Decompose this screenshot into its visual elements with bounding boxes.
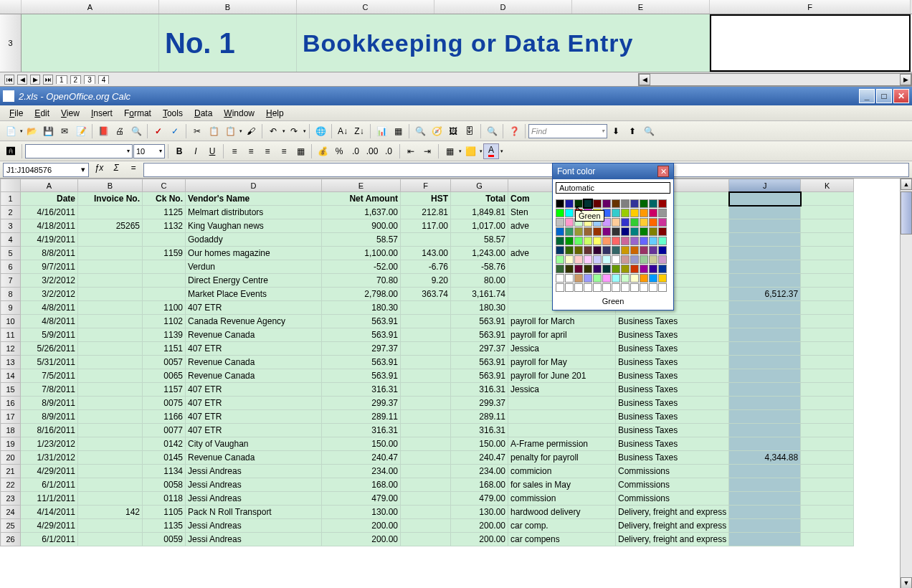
cell[interactable]: 117.00 (401, 219, 451, 233)
cell[interactable]: Direct Energy Centre (186, 274, 322, 288)
color-swatch[interactable] (640, 199, 648, 208)
paste-dropdown[interactable]: ▾ (239, 123, 242, 139)
cell[interactable] (801, 492, 854, 506)
cell[interactable] (729, 260, 801, 274)
row-header[interactable]: 6 (1, 260, 21, 274)
cell[interactable] (729, 356, 801, 369)
cell[interactable]: 563.91 (322, 315, 401, 328)
zoom-button[interactable]: 🔍 (484, 123, 500, 139)
color-swatch[interactable] (649, 227, 657, 236)
color-swatch[interactable] (574, 265, 583, 273)
autospell-button[interactable]: ✓ (167, 123, 183, 139)
cell[interactable] (729, 424, 801, 437)
cell[interactable]: 1151 (143, 342, 186, 356)
menu-file[interactable]: File (4, 107, 28, 120)
cell[interactable]: 25265 (78, 219, 143, 233)
cell[interactable]: Our homes magazine (186, 247, 322, 260)
select-all-button[interactable] (1, 179, 21, 192)
cell[interactable]: 0059 (143, 533, 186, 546)
cell[interactable]: 479.00 (451, 492, 508, 506)
redo-button[interactable]: ↷ (286, 123, 302, 139)
row-header[interactable]: 5 (1, 247, 21, 260)
cell[interactable] (78, 274, 143, 288)
color-swatch[interactable] (574, 255, 583, 264)
cell[interactable]: -58.76 (451, 260, 508, 274)
cell[interactable]: 234.00 (451, 465, 508, 478)
gallery-button[interactable]: 🖼 (445, 123, 461, 139)
cell[interactable]: 0077 (143, 424, 186, 437)
color-swatch[interactable] (640, 246, 648, 255)
cell[interactable] (401, 301, 451, 315)
color-swatch[interactable] (630, 246, 639, 255)
cell[interactable]: 289.11 (322, 410, 401, 424)
color-swatch[interactable] (621, 227, 630, 236)
pdf-button[interactable]: 📕 (95, 123, 111, 139)
bg-color-dropdown[interactable]: ▾ (479, 143, 483, 159)
cell[interactable] (401, 437, 451, 451)
spellcheck-button[interactable]: ✓ (151, 123, 166, 139)
cell[interactable]: 297.37 (451, 342, 508, 356)
color-swatch[interactable] (584, 255, 592, 264)
color-swatch[interactable] (602, 265, 611, 273)
row-header[interactable]: 19 (1, 437, 21, 451)
row-header-3[interactable]: 3 (0, 14, 22, 72)
cell[interactable] (801, 451, 854, 465)
cell[interactable]: Business Taxes (616, 437, 729, 451)
col-header-c[interactable]: C (297, 0, 434, 14)
menu-tools[interactable]: Tools (158, 107, 188, 120)
equals-button[interactable]: = (126, 163, 141, 177)
menu-window[interactable]: Window (219, 107, 260, 120)
top-h-scrollbar[interactable]: ◀ ▶ (638, 73, 912, 86)
color-swatch[interactable] (556, 255, 564, 264)
cell[interactable]: 4/16/2011 (21, 206, 78, 219)
col-d[interactable]: D (186, 179, 322, 192)
cell[interactable]: Canada Revenue Agency (186, 315, 322, 328)
row-header[interactable]: 7 (1, 274, 21, 288)
color-swatch[interactable] (565, 283, 574, 292)
cell[interactable] (401, 383, 451, 397)
bold-button[interactable]: B (171, 143, 187, 159)
vertical-scrollbar[interactable]: ▲ ▼ (900, 179, 912, 588)
cell[interactable] (401, 465, 451, 478)
percent-button[interactable]: % (331, 143, 347, 159)
cell[interactable]: Business Taxes (616, 451, 729, 465)
cell[interactable]: 4/8/2011 (21, 301, 78, 315)
row-header[interactable]: 9 (1, 301, 21, 315)
cell[interactable]: 297.37 (322, 342, 401, 356)
cell[interactable] (401, 506, 451, 519)
color-swatch[interactable] (649, 246, 657, 255)
cell[interactable] (729, 328, 801, 342)
color-swatch[interactable] (565, 227, 574, 236)
cell[interactable]: 80.00 (451, 274, 508, 288)
cell[interactable]: 7/5/2011 (21, 369, 78, 383)
cell[interactable]: A-Frame permission (508, 437, 616, 451)
color-swatch[interactable] (556, 218, 564, 227)
cell[interactable]: 150.00 (322, 437, 401, 451)
color-swatch[interactable] (565, 265, 574, 273)
cell[interactable] (143, 288, 186, 301)
cell[interactable] (801, 356, 854, 369)
color-swatch[interactable] (593, 265, 602, 273)
find-next-button[interactable]: ⬇ (608, 123, 624, 139)
cell[interactable] (801, 247, 854, 260)
cell[interactable]: 0075 (143, 397, 186, 410)
color-swatch[interactable] (565, 255, 574, 264)
cell[interactable]: Business Taxes (616, 410, 729, 424)
menu-insert[interactable]: Insert (86, 107, 118, 120)
cell[interactable]: 4/18/2011 (21, 219, 78, 233)
cell[interactable]: Commissions (616, 478, 729, 492)
header-cell[interactable] (729, 192, 801, 206)
cell[interactable]: Business Taxes (616, 383, 729, 397)
cell[interactable] (78, 383, 143, 397)
cell[interactable]: 316.31 (322, 424, 401, 437)
cell[interactable]: 58.57 (322, 233, 401, 247)
row-header[interactable]: 21 (1, 465, 21, 478)
color-swatch[interactable] (565, 274, 574, 283)
cell[interactable]: penalty for payroll (508, 451, 616, 465)
cell[interactable] (143, 260, 186, 274)
header-cell[interactable]: Total (451, 192, 508, 206)
scroll-down-button[interactable]: ▼ (901, 577, 912, 588)
cell[interactable]: 1159 (143, 247, 186, 260)
close-button[interactable]: ✕ (893, 89, 909, 103)
color-swatch[interactable] (602, 199, 611, 208)
